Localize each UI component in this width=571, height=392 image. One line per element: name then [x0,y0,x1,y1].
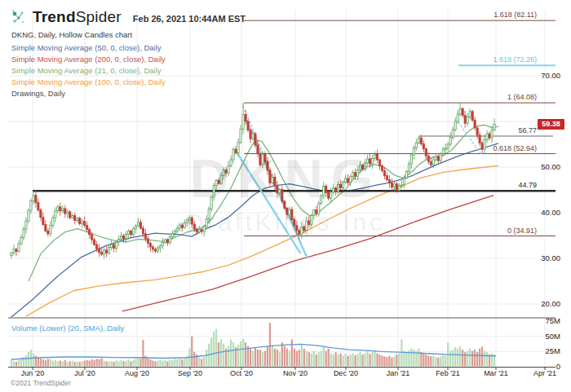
legend-sma-100[interactable]: Simple Moving Average (100, 0, close), D… [11,77,166,86]
svg-text:Jan '21: Jan '21 [387,369,410,377]
svg-text:Aug '20: Aug '20 [125,369,149,377]
svg-text:40.00: 40.00 [541,208,560,217]
brand-spider: Spider [76,8,122,25]
svg-text:Jun '20: Jun '20 [21,369,45,377]
svg-text:1.618 (82.11): 1.618 (82.11) [494,11,537,19]
legend-sma-50[interactable]: Simple Moving Average (50, 0, close), Da… [11,43,162,52]
svg-text:0 (34.91): 0 (34.91) [507,227,537,235]
svg-text:1 (64.08): 1 (64.08) [507,93,537,101]
svg-text:0: 0 [556,362,560,371]
brand-logo: TrendSpider [33,8,122,26]
svg-text:0.618 (52.94): 0.618 (52.94) [493,144,537,152]
legend-volume[interactable]: Volume (Lower) (20, SMA), Daily [11,324,124,333]
svg-text:1.618 (72.26): 1.618 (72.26) [493,55,537,64]
trendspider-chart-page: 1.618 (82.11)1.618 (72.26)1 (64.08)56.77… [0,0,571,392]
copyright: ©2021 TrendSpider [11,379,71,387]
chart-timestamp: Feb 26, 2021 10:44AM EST [133,11,246,24]
header: TrendSpider Feb 26, 2021 10:44AM EST [10,8,246,26]
svg-text:Apr '21: Apr '21 [533,369,556,377]
svg-text:50.00: 50.00 [541,162,560,171]
svg-text:Jul '20: Jul '20 [74,369,95,377]
legend-drawings[interactable]: Drawings, Daily [11,89,65,98]
svg-text:Feb '21: Feb '21 [436,369,460,377]
svg-text:44.79: 44.79 [518,181,537,189]
trendspider-logo-icon [10,8,28,26]
legend-sma-21[interactable]: Simple Moving Average (21, 0, close), Da… [11,66,162,75]
svg-text:Oct '20: Oct '20 [230,369,253,377]
svg-text:Sep '20: Sep '20 [178,369,202,377]
legend-sma-200[interactable]: Simple Moving Average (200, 0, close), D… [11,55,166,64]
svg-text:30.00: 30.00 [541,253,560,262]
svg-text:Mar '21: Mar '21 [484,369,508,377]
svg-text:56.77: 56.77 [518,126,537,134]
svg-text:75M: 75M [546,316,561,325]
svg-text:50M: 50M [546,332,561,341]
svg-text:Nov '20: Nov '20 [283,369,308,377]
chart-title-legend[interactable]: DKNG, Daily, Hollow Candles chart [11,30,132,39]
svg-text:25M: 25M [546,346,561,355]
svg-text:20.00: 20.00 [541,299,560,308]
last-price-badge: 59.38 [538,119,564,130]
brand-trend: Trend [33,8,76,25]
svg-text:70.00: 70.00 [541,71,560,80]
svg-text:Dec '20: Dec '20 [334,369,358,377]
